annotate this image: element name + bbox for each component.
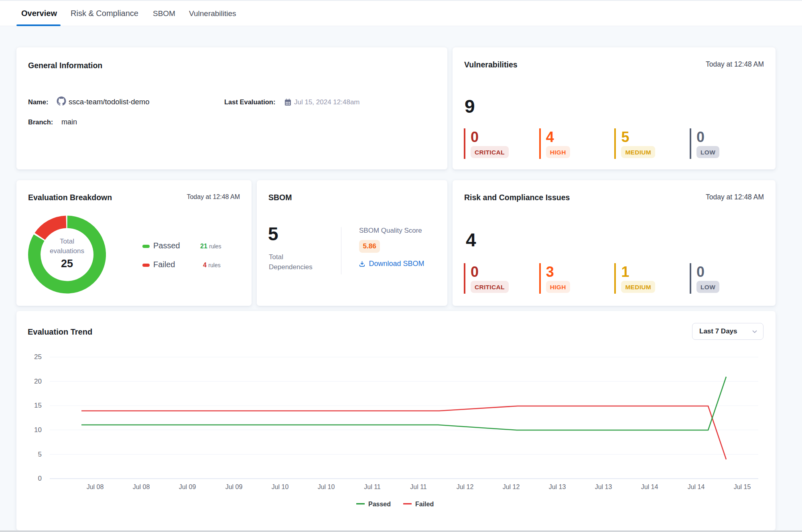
svg-text:5: 5 xyxy=(38,451,42,458)
svg-text:Jul 11: Jul 11 xyxy=(364,483,381,490)
svg-text:Jul 09: Jul 09 xyxy=(225,483,243,490)
svg-text:20: 20 xyxy=(34,378,42,385)
svg-text:Jul 11: Jul 11 xyxy=(410,483,427,490)
svg-text:Jul 13: Jul 13 xyxy=(595,483,612,490)
svg-text:10: 10 xyxy=(34,426,42,434)
svg-text:Jul 10: Jul 10 xyxy=(318,483,335,490)
svg-text:Jul 14: Jul 14 xyxy=(688,483,705,490)
svg-text:Jul 08: Jul 08 xyxy=(87,483,104,490)
svg-text:Jul 13: Jul 13 xyxy=(549,483,566,490)
svg-text:Jul 12: Jul 12 xyxy=(457,483,474,490)
svg-text:Failed: Failed xyxy=(415,501,434,508)
svg-text:Jul 09: Jul 09 xyxy=(179,483,196,490)
svg-text:0: 0 xyxy=(38,475,42,482)
svg-text:Jul 12: Jul 12 xyxy=(503,483,520,490)
svg-text:Jul 10: Jul 10 xyxy=(272,483,289,490)
svg-text:Jul 14: Jul 14 xyxy=(641,483,658,490)
svg-text:25: 25 xyxy=(34,353,42,361)
svg-text:Jul 15: Jul 15 xyxy=(734,483,751,490)
svg-text:Passed: Passed xyxy=(368,501,391,508)
svg-text:Jul 08: Jul 08 xyxy=(133,483,150,490)
svg-text:15: 15 xyxy=(34,402,42,409)
